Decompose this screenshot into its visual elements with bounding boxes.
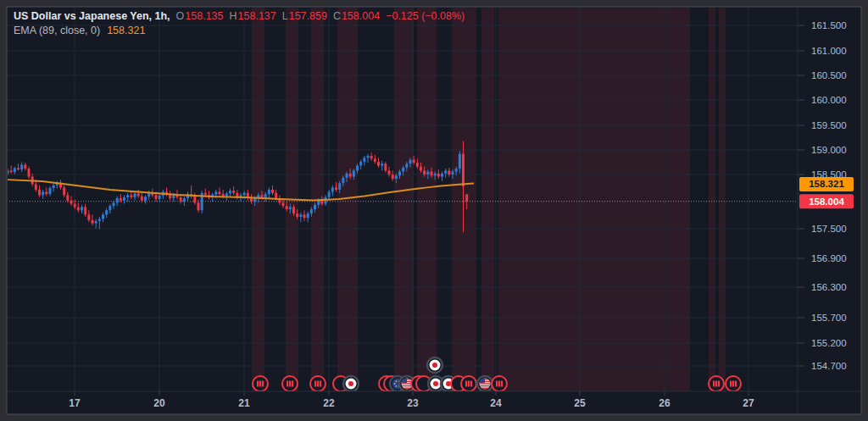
price-tick-label: 157.500: [811, 224, 847, 234]
bars-glyph: [713, 381, 715, 387]
event-icon-bars[interactable]: [310, 376, 326, 391]
candle-body: [448, 170, 450, 174]
time-axis-label: 22: [323, 397, 335, 409]
candle-body: [271, 190, 274, 193]
bars-glyph: [289, 381, 291, 387]
japan-flag-dot: [432, 363, 437, 368]
bars-glyph: [287, 381, 288, 387]
candle-body: [459, 154, 461, 169]
price-tick-label: 155.700: [811, 313, 847, 323]
chart-legend[interactable]: US Dollar vs Japanese Yen, 1h,O158.135H1…: [14, 9, 465, 38]
candle-body: [346, 174, 348, 178]
event-icon-flag-us[interactable]: [477, 376, 492, 391]
chart-canvas[interactable]: 161.500161.000160.500160.000159.500159.0…: [0, 0, 868, 421]
price-tick-label: 161.000: [811, 46, 847, 56]
candle-body: [381, 163, 383, 165]
candle-body: [42, 191, 44, 195]
candle-body: [434, 174, 437, 175]
candle-body: [299, 214, 302, 217]
candle-body: [66, 195, 69, 200]
candle-body: [14, 168, 16, 172]
indicator-name[interactable]: EMA: [14, 25, 36, 36]
bars-glyph: [259, 381, 261, 387]
candle-body: [134, 193, 136, 197]
price-tick-label: 161.500: [811, 20, 847, 30]
session-highlight-band: [709, 7, 715, 391]
time-axis-label: 23: [407, 397, 419, 409]
candle-body: [116, 198, 119, 202]
indicator-row[interactable]: EMA (89, close, 0)158.321: [14, 24, 465, 38]
candle-body: [38, 190, 41, 195]
event-icon-bars[interactable]: [726, 376, 741, 391]
session-highlight-band: [719, 7, 726, 391]
event-icon-bars[interactable]: [709, 376, 724, 391]
candle-body: [268, 190, 270, 194]
candle-body: [225, 193, 228, 196]
symbol-row[interactable]: US Dollar vs Japanese Yen, 1h,O158.135H1…: [14, 9, 465, 24]
time-axis-label: 25: [574, 397, 586, 409]
symbol-title[interactable]: US Dollar vs Japanese Yen, 1h,: [14, 10, 170, 22]
candle-body: [292, 207, 295, 213]
event-icon-flag-jp[interactable]: [343, 376, 359, 391]
time-axis-label: 24: [490, 397, 502, 409]
candle-body: [342, 178, 344, 183]
svg-text:158.321: 158.321: [809, 179, 844, 189]
candle-body: [444, 170, 447, 173]
candle-body: [416, 163, 419, 167]
candle-body: [130, 195, 132, 197]
event-icon-flag-jp[interactable]: [427, 357, 442, 373]
session-highlight-band: [417, 7, 437, 391]
candle-body: [349, 174, 352, 177]
candle-body: [105, 210, 108, 214]
candle-body: [261, 195, 264, 197]
candle-body: [229, 191, 231, 193]
bars-glyph: [465, 381, 467, 387]
candle-body: [219, 191, 221, 194]
candle-body: [455, 169, 458, 171]
candle-body: [45, 191, 47, 194]
bars-glyph: [498, 381, 500, 387]
event-icon-bars[interactable]: [253, 376, 268, 391]
candle-body: [144, 197, 147, 200]
price-tick-label: 154.700: [811, 361, 847, 371]
candle-body: [423, 170, 426, 174]
candle-body: [222, 194, 225, 197]
candle-body: [388, 170, 391, 174]
bars-glyph: [292, 381, 293, 387]
bars-glyph: [317, 381, 319, 387]
candle-body: [367, 156, 370, 158]
candle-body: [441, 174, 443, 177]
candle-body: [49, 188, 52, 194]
candle-body: [172, 195, 175, 198]
event-icon-bars[interactable]: [461, 376, 476, 391]
candle-body: [420, 167, 422, 171]
event-icon-bars[interactable]: [492, 376, 507, 391]
chart-window: 161.500161.000160.500160.000159.500159.0…: [0, 0, 868, 421]
bars-glyph: [496, 381, 498, 387]
candle-body: [335, 187, 337, 190]
candle-body: [289, 207, 292, 209]
event-icon-bars[interactable]: [282, 376, 298, 391]
candle-body: [95, 221, 97, 224]
time-axis-label: 21: [238, 397, 250, 409]
candle-body: [17, 168, 19, 169]
eu-flag-star: [395, 385, 397, 387]
ohlc-close-label: C: [333, 10, 341, 22]
bars-glyph: [257, 381, 259, 387]
candle-body: [282, 202, 285, 206]
candle-body: [317, 201, 320, 205]
candle-body: [113, 202, 115, 206]
japan-flag-dot: [348, 381, 353, 386]
candle-body: [137, 193, 140, 196]
candle-body: [141, 197, 143, 201]
eu-flag-star: [394, 383, 396, 385]
price-tick-label: 159.000: [811, 145, 847, 155]
candle-body: [370, 156, 373, 158]
candle-body: [303, 214, 306, 218]
ohlc-low-value: 157.859: [289, 10, 327, 22]
candle-body: [275, 193, 277, 198]
candle-body: [183, 198, 186, 202]
bars-glyph: [732, 381, 734, 387]
ohlc-low-label: L: [282, 10, 288, 22]
candle-body: [20, 164, 23, 169]
